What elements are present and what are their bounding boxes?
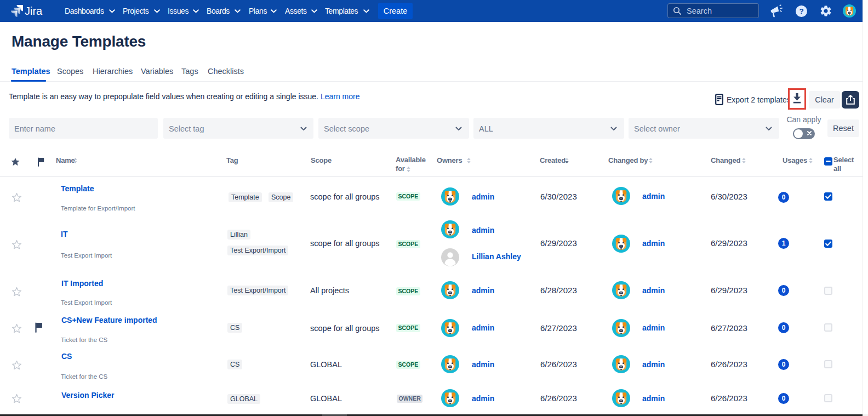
svg-text:?: ?: [799, 7, 803, 15]
